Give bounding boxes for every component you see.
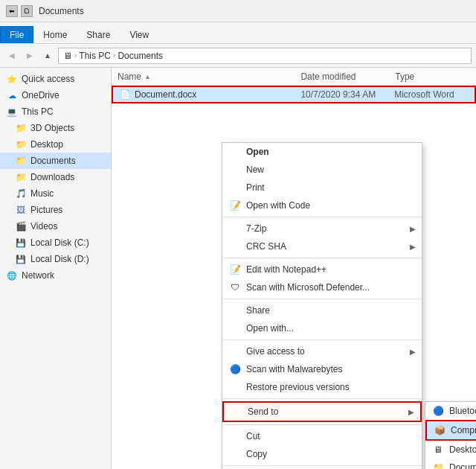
ctx-cut[interactable]: Cut <box>222 427 422 445</box>
up-button[interactable]: ▲ <box>40 48 55 63</box>
col-header-date[interactable]: Date modified <box>300 71 395 82</box>
ctx-notepadpp[interactable]: 📝 Edit with Notepad++ <box>222 261 422 278</box>
sidebar-item-onedrive[interactable]: ☁ OneDrive <box>0 87 111 103</box>
sidebar-label-localc: Local Disk (C:) <box>30 237 89 248</box>
title-bar: ⬅ 🗋 Documents <box>0 0 476 22</box>
onedrive-icon: ☁ <box>6 89 18 101</box>
ctx-open-code[interactable]: 📝 Open with Code <box>222 197 422 214</box>
desktop-icon: 🖥 <box>431 443 445 456</box>
sidebar-label-pictures: Pictures <box>30 205 62 215</box>
ctx-copy-label: Copy <box>246 449 267 459</box>
col-header-name[interactable]: Name ▲ <box>112 71 300 82</box>
ctx-new-label: New <box>246 165 264 175</box>
file-name-cell: 📄 Document.docx <box>113 89 300 100</box>
breadcrumb-documents[interactable]: Documents <box>118 51 163 61</box>
breadcrumb-icon: 🖥 <box>63 51 72 61</box>
sidebar-label-videos: Videos <box>30 221 57 232</box>
defender-icon: 🛡 <box>228 281 242 294</box>
ctx-7zip[interactable]: 7-Zip ▶ <box>222 220 422 237</box>
tab-file[interactable]: File <box>0 26 33 43</box>
address-bar: ◀ ▶ ▲ 🖥 › This PC › Documents <box>0 44 476 68</box>
pc-icon: 💻 <box>6 106 18 118</box>
send-to-arrow-icon: ▶ <box>408 408 414 416</box>
ctx-copy[interactable]: Copy <box>222 445 422 463</box>
ctx-notepadpp-label: Edit with Notepad++ <box>246 264 327 275</box>
ctx-share[interactable]: Share <box>222 302 422 319</box>
ctx-malwarebytes[interactable]: 🔵 Scan with Malwarebytes <box>222 360 422 378</box>
ctx-give-access-label: Give access to <box>246 346 305 357</box>
file-list-header: Name ▲ Date modified Type <box>112 68 476 86</box>
crcsha-arrow-icon: ▶ <box>410 243 416 251</box>
breadcrumb-thispc[interactable]: This PC <box>79 51 111 61</box>
sub-bluetooth-label: Bluetooth device <box>449 406 476 416</box>
ctx-open[interactable]: Open <box>222 143 422 161</box>
separator-7 <box>222 465 422 466</box>
disk-d-icon: 💾 <box>15 253 27 265</box>
documents-icon: 📁 <box>431 461 445 469</box>
7zip-arrow-icon: ▶ <box>410 225 416 233</box>
address-path[interactable]: 🖥 › This PC › Documents <box>58 48 472 64</box>
ctx-defender-label: Scan with Microsoft Defender... <box>246 282 370 293</box>
sidebar-label-downloads: Downloads <box>30 172 74 182</box>
ctx-open-code-label: Open with Code <box>246 200 310 211</box>
sidebar: Quick access ☁ OneDrive 💻 This PC 📁 3D O… <box>0 68 112 469</box>
network-icon: 🌐 <box>6 269 18 281</box>
sidebar-item-locald[interactable]: 💾 Local Disk (D:) <box>0 251 111 267</box>
disk-c-icon: 💾 <box>15 237 27 249</box>
ctx-defender[interactable]: 🛡 Scan with Microsoft Defender... <box>222 278 422 296</box>
separator-1 <box>222 217 422 217</box>
sidebar-item-pictures[interactable]: 🖼 Pictures <box>0 202 111 218</box>
sub-zip-label: Compressed (zipped) folder <box>451 425 476 436</box>
sub-bluetooth[interactable]: 🔵 Bluetooth device <box>425 402 476 420</box>
forward-button[interactable]: ▶ <box>22 48 37 63</box>
sidebar-item-quick-access[interactable]: Quick access <box>0 71 111 87</box>
ctx-crcsha[interactable]: CRC SHA ▶ <box>222 237 422 255</box>
ctx-restore-label: Restore previous versions <box>246 382 350 392</box>
sidebar-item-thispc[interactable]: 💻 This PC <box>0 103 111 120</box>
ctx-new[interactable]: New <box>222 161 422 179</box>
sidebar-label-documents: Documents <box>30 156 76 166</box>
ribbon-tabs: File Home Share View <box>0 22 476 43</box>
sidebar-item-downloads[interactable]: 📁 Downloads <box>0 169 111 185</box>
notepadpp-icon: 📝 <box>228 263 242 276</box>
ctx-open-with-label: Open with... <box>246 323 294 334</box>
ctx-send-to[interactable]: Send to ▶ 🔵 Bluetooth device 📦 Compresse… <box>222 401 422 422</box>
window-controls: ⬅ 🗋 <box>6 5 33 17</box>
col-header-type[interactable]: Type <box>395 71 476 82</box>
ctx-give-access[interactable]: Give access to ▶ <box>222 342 422 360</box>
sidebar-item-network[interactable]: 🌐 Network <box>0 267 111 284</box>
sub-documents[interactable]: 📁 Documents <box>425 459 476 469</box>
separator-3 <box>222 299 422 299</box>
table-row[interactable]: 📄 Document.docx 10/7/2020 9:34 AM Micros… <box>112 86 476 103</box>
sort-arrow: ▲ <box>144 73 151 80</box>
ctx-print-label: Print <box>246 182 265 193</box>
sidebar-item-desktop[interactable]: 📁 Desktop <box>0 136 111 153</box>
tab-share[interactable]: Share <box>77 26 120 43</box>
title-bar-icon2: 🗋 <box>21 5 33 17</box>
sub-zip-folder[interactable]: 📦 Compressed (zipped) folder <box>425 420 476 441</box>
sidebar-item-videos[interactable]: 🎬 Videos <box>0 218 111 234</box>
folder-desktop-icon: 📁 <box>15 138 27 150</box>
sidebar-item-documents[interactable]: 📁 Documents <box>0 153 111 169</box>
sidebar-label-quick-access: Quick access <box>22 74 74 84</box>
sidebar-label-thispc: This PC <box>22 106 54 117</box>
sidebar-item-music[interactable]: 🎵 Music <box>0 185 111 202</box>
sidebar-label-network: Network <box>22 270 54 281</box>
tab-home[interactable]: Home <box>33 26 77 43</box>
ctx-print[interactable]: Print <box>222 179 422 197</box>
folder-vid-icon: 🎬 <box>15 220 27 232</box>
ctx-open-with[interactable]: Open with... <box>222 319 422 337</box>
window-title: Documents <box>39 6 84 16</box>
tab-view[interactable]: View <box>120 26 158 43</box>
sidebar-item-localc[interactable]: 💾 Local Disk (C:) <box>0 234 111 251</box>
separator-4 <box>222 339 422 340</box>
malwarebytes-icon: 🔵 <box>228 363 242 376</box>
file-type-cell: Microsoft Word <box>394 89 475 100</box>
sidebar-item-3dobjects[interactable]: 📁 3D Objects <box>0 120 111 136</box>
ctx-share-label: Share <box>246 305 270 316</box>
folder-down-icon: 📁 <box>15 171 27 183</box>
sub-desktop-shortcut[interactable]: 🖥 Desktop (create shortcut) <box>425 441 476 459</box>
ctx-restore[interactable]: Restore previous versions <box>222 378 422 396</box>
sub-desktop-label: Desktop (create shortcut) <box>449 444 476 455</box>
back-button[interactable]: ◀ <box>4 48 19 63</box>
